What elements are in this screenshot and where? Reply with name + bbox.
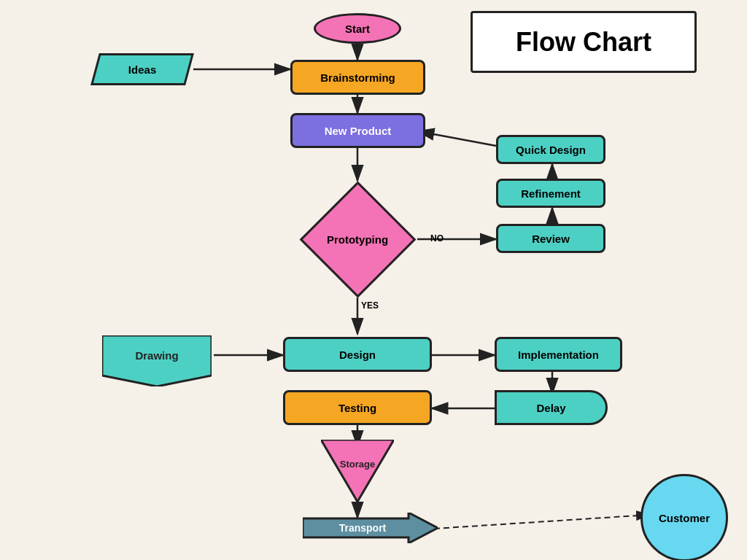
svg-line-15: [434, 515, 649, 529]
svg-text:Transport: Transport: [339, 522, 387, 534]
quick-design-node: Quick Design: [496, 135, 605, 164]
refinement-node: Refinement: [496, 179, 605, 208]
svg-text:Drawing: Drawing: [135, 349, 178, 362]
svg-text:Storage: Storage: [340, 459, 375, 470]
ideas-node: Ideas: [90, 53, 194, 85]
review-node: Review: [496, 224, 605, 253]
testing-node: Testing: [283, 390, 432, 425]
brainstorming-node: Brainstorming: [290, 60, 425, 95]
title-box: Flow Chart: [471, 11, 697, 73]
transport-node: Transport: [303, 513, 438, 546]
design-node: Design: [283, 337, 432, 372]
start-node: Start: [314, 13, 401, 44]
svg-marker-20: [321, 440, 394, 502]
flowchart-canvas: Flow Chart: [0, 0, 747, 560]
customer-node: Customer: [640, 474, 728, 560]
no-label: NO: [430, 233, 444, 244]
svg-line-7: [418, 131, 496, 146]
storage-node: Storage: [321, 440, 394, 508]
implementation-node: Implementation: [495, 337, 622, 372]
drawing-node: Drawing: [102, 335, 212, 389]
prototyping-node: Prototyping: [299, 181, 416, 298]
new-product-node: New Product: [290, 113, 425, 148]
delay-node: Delay: [495, 390, 608, 425]
title-text: Flow Chart: [516, 27, 651, 58]
yes-label: YES: [361, 300, 379, 311]
